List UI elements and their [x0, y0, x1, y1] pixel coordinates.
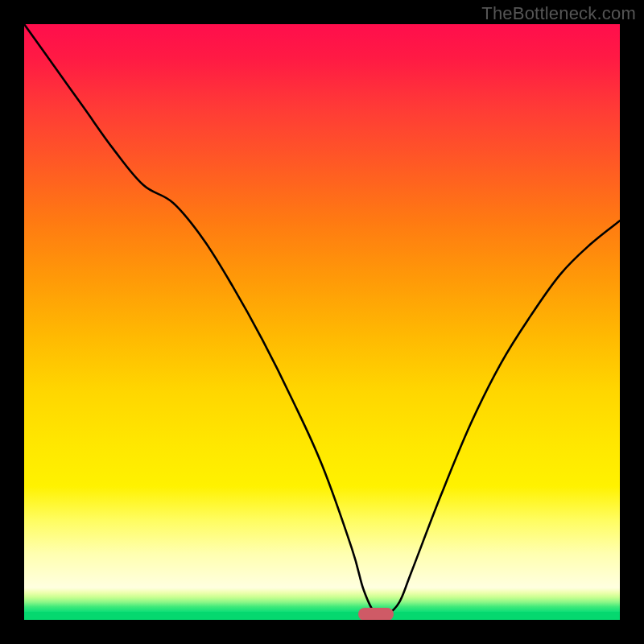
plot-area	[24, 24, 620, 620]
bottleneck-curve	[24, 24, 620, 620]
watermark-text: TheBottleneck.com	[481, 3, 636, 24]
chart-frame: TheBottleneck.com	[0, 0, 644, 644]
optimum-marker	[358, 608, 394, 620]
